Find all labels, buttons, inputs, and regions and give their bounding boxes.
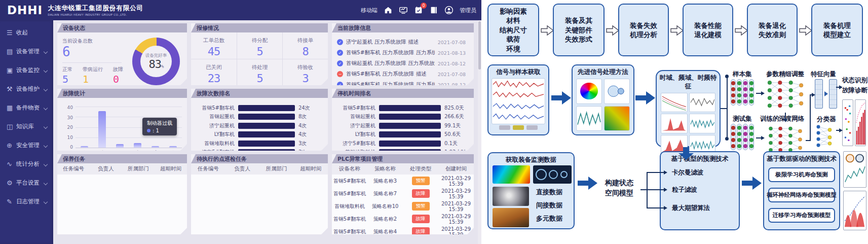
- monitoring-icon: ▣: [7, 66, 16, 74]
- total-devices-label: 当前设备总数: [62, 38, 132, 45]
- sidebar-item-safety-management[interactable]: ⊕ 安全管理: [0, 136, 53, 155]
- app-header: DHHI 大连华锐重工集团股份有限公司 DALIAN HUARUI HEAVY …: [0, 0, 481, 20]
- sidebar-collapse-button[interactable]: ☰ 收起: [0, 23, 53, 42]
- connector-line: [810, 94, 811, 141]
- donut-value: 83%: [149, 59, 164, 70]
- home-icon[interactable]: [384, 6, 393, 15]
- sidebar-item-spare-parts[interactable]: ▦ 备件物资: [0, 98, 53, 117]
- table-header: 设备名称策略名称处理类型创建时间: [332, 163, 474, 175]
- processing-thumbnail: [576, 79, 602, 104]
- panel-device-status: 设备状态 当前设备总数 6 正常 5 带病运行 1: [57, 23, 187, 85]
- chevron-down-icon: [44, 49, 48, 53]
- ranking-row: 首钢堆取料机3次: [197, 140, 322, 147]
- panel-title: 故障次数排名: [191, 89, 328, 98]
- table-row[interactable]: 首钢5#翻车机策略名称7故障2021-03-29 15:39: [332, 187, 474, 200]
- total-devices-value: 6: [62, 45, 132, 60]
- dhhi-logo: DHHI: [7, 4, 43, 17]
- table-row[interactable]: 首钢堆取料机策略名称10预警2021-03-29 15:39: [332, 200, 474, 213]
- user-name[interactable]: 管理员: [460, 7, 476, 14]
- classifier-label: 分类器: [817, 115, 836, 124]
- sidebar-item-log-management[interactable]: ✎ 日志管理: [0, 192, 53, 211]
- y-axis: 403020100: [62, 105, 76, 150]
- document-icon[interactable]: [429, 6, 438, 15]
- mobile-link[interactable]: 移动端: [361, 7, 378, 14]
- rnn-prediction-box: 循环神经网络寿命预测模型: [768, 188, 835, 202]
- status-ok-icon: [337, 82, 343, 85]
- arrow-head: [761, 91, 765, 95]
- flow-box-failure-criterion: 装备退化失效准则: [747, 4, 798, 56]
- bar: [81, 146, 88, 148]
- notification-badge: 0: [421, 3, 427, 9]
- table-row[interactable]: 首钢5#翻车机策略名称3预警2021-03-29 15:39: [332, 175, 474, 187]
- status-ok-icon: [337, 60, 343, 66]
- calendar-tasks-button[interactable]: 0: [414, 6, 423, 15]
- connector-line: [647, 189, 664, 190]
- chart-tooltip: 制动器过载 : 1: [142, 118, 177, 135]
- parts-icon: ▦: [7, 104, 16, 112]
- tuning-label: 参数精细调整: [766, 70, 804, 79]
- sidebar-item-knowledge-base[interactable]: ◫ 知识库: [0, 117, 53, 136]
- flow-box-data-driven-prediction: 基于数据驱动的预测技术 极限学习机寿命预测 循环神经网络寿命预测模型 迁移学习寿…: [763, 151, 840, 230]
- machinery-photo: [493, 208, 529, 227]
- sidebar-item-equipment-maintenance[interactable]: ⚒ 设备维护: [0, 80, 53, 98]
- sidebar-item-platform-settings[interactable]: ⚙ 平台设置: [0, 173, 53, 192]
- panel-repair-status: 报修情况 工单总数45 待分配5 待接单8 已关闭23 待处理5 待验收3: [191, 23, 328, 85]
- company-name: 大连华锐重工集团股份有限公司: [48, 4, 143, 13]
- feature-vector-label: 特征向量: [811, 70, 836, 79]
- sidebar-item-statistics[interactable]: ∿ 统计分析: [0, 155, 53, 173]
- panel-title: 待执行的点巡检任务: [191, 154, 328, 163]
- fault-list-item[interactable]: 首钢5#翻车机 压力系统故障 压力系统...2021-08-13: [337, 48, 469, 58]
- sidebar-item-equipment-management[interactable]: ▤ 设备管理: [0, 42, 53, 61]
- fault-list-item[interactable]: 首钢5#翻车机 压力系统故障 描述2021-07-08: [337, 69, 469, 79]
- connector-line: [647, 207, 664, 208]
- sample-set-label: 样本集: [733, 70, 752, 79]
- connector-line: [756, 93, 761, 94]
- feature-thumbnail: [689, 114, 716, 133]
- table-row[interactable]: 首钢5#翻车机策略名称2故障2021-03-29 15:39: [332, 213, 474, 225]
- cluster-scatter-thumbnail: [842, 99, 853, 146]
- sidebar-item-equipment-monitoring[interactable]: ▣ 设备监控: [0, 61, 53, 80]
- processing-thumbnail: [604, 79, 630, 104]
- fault-list-item[interactable]: 首钢起重机 压力系统故障 压力系统故障2021-08-12: [337, 59, 469, 68]
- arrow-head: [664, 170, 667, 175]
- status-badge: 故障: [412, 227, 430, 234]
- table-body-empty: [191, 175, 328, 234]
- fault-list-item[interactable]: 济宁起重机 压力系统故障 描述2021-07-08: [337, 38, 469, 47]
- panel-title: 当前故障信息: [332, 23, 474, 32]
- arrow-head: [761, 136, 765, 140]
- chevron-down-icon: [44, 181, 48, 185]
- status-badge: 故障: [412, 189, 430, 198]
- neural-network-diagram: [765, 78, 806, 111]
- table-header: 任务编号负责人所属部门超期时间: [57, 163, 187, 175]
- flow-box-mechanism-model: 装备机理模型建立: [811, 4, 863, 56]
- diagnosis-result-label: 状态识别 故障诊断: [842, 75, 867, 95]
- panel-fault-count-ranking: 故障次数排名 首钢5#翻车机24次 首钢起重机8次 济宁起重机4次 LY翻车机4…: [191, 89, 328, 151]
- table-row[interactable]: 首钢5#翻车机策略名称4故障2021-03-29 15:39: [332, 225, 474, 234]
- scrollbar-thumb[interactable]: [478, 21, 481, 69]
- bar: [169, 146, 177, 148]
- arrow-head: [839, 128, 843, 132]
- connector-dot: [725, 137, 729, 141]
- panel-maintenance-tasks: 保养任务 任务编号负责人所属部门超期时间: [57, 154, 187, 234]
- repair-cell: 待处理5: [237, 59, 282, 86]
- feature-vector-matrix: [829, 79, 837, 109]
- dashboard-app: DHHI 大连华锐重工集团股份有限公司 DALIAN HUARUI HEAVY …: [0, 0, 481, 244]
- fault-list-item[interactable]: 首钢5#翻车机 压力系统故障 压力系统...2021-08-12: [337, 80, 469, 85]
- connector-line: [727, 76, 728, 139]
- panel-plc-exceptions: PLC异常项目管理 设备名称策略名称处理类型创建时间 首钢5#翻车机策略名称3预…: [332, 154, 474, 234]
- table-body-empty: [57, 175, 187, 234]
- connector-line: [756, 137, 761, 138]
- flow-box-signal-processing: 先进信号处理方法: [572, 64, 634, 135]
- connector-line: [647, 172, 648, 208]
- chevron-down-icon: [44, 143, 48, 147]
- repair-cell: 待分配5: [237, 32, 282, 59]
- scrollbar[interactable]: [478, 20, 481, 244]
- monitor-chart-icon[interactable]: [399, 6, 408, 15]
- chart-icon: ∿: [7, 160, 16, 168]
- flow-box-influence-factors: 影响因素材料结构尺寸载荷环境: [487, 4, 539, 56]
- accuracy-bars-thumbnail: [855, 99, 866, 146]
- connector-line: [785, 113, 786, 119]
- flow-box-mechanism-analysis: 装备失效机理分析: [618, 4, 669, 56]
- flow-box-signal-acquisition: 信号与样本获取: [487, 64, 549, 135]
- user-avatar-icon[interactable]: [444, 6, 454, 15]
